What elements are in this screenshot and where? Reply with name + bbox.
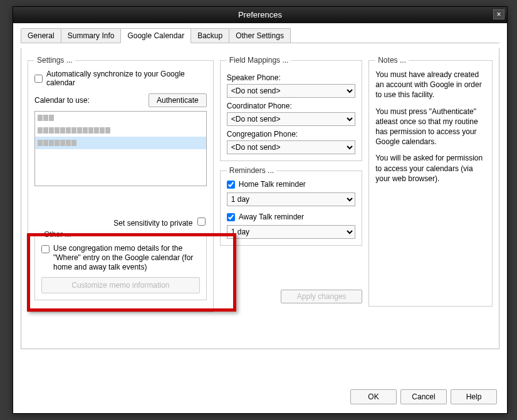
preferences-window: Preferences × General Summary Info Googl… [13, 6, 508, 414]
coordinator-phone-label: Coordinator Phone: [227, 102, 355, 110]
titlebar: Preferences × [13, 7, 507, 23]
away-reminder-label: Away Talk reminder [239, 213, 355, 221]
congregation-phone-label: Congregation Phone: [227, 130, 355, 139]
home-reminder-label: Home Talk reminder [239, 180, 355, 189]
authenticate-button[interactable]: Authenticate [149, 93, 207, 107]
ok-button[interactable]: OK [350, 389, 397, 404]
tab-backup[interactable]: Backup [191, 28, 229, 43]
calendar-item-selected [35, 137, 206, 149]
reminders-group: Reminders ... Home Talk reminder 1 day A… [220, 166, 362, 246]
apply-changes-button[interactable]: Apply changes [281, 290, 362, 303]
other-legend: Other ... [41, 230, 73, 239]
field-mappings-legend: Field Mappings ... [227, 56, 291, 65]
tabs: General Summary Info Google Calendar Bac… [21, 28, 499, 43]
dialog-footer: OK Cancel Help [350, 389, 497, 404]
tab-summary-info[interactable]: Summary Info [61, 28, 122, 43]
window-title: Preferences [238, 10, 282, 19]
coordinator-phone-select[interactable]: <Do not send> [227, 112, 355, 126]
notes-p2: You must press "Authenticate" atleast on… [375, 107, 486, 147]
notes-p1: You must have already created an account… [375, 70, 486, 100]
calendar-item [35, 112, 206, 124]
home-reminder-checkbox[interactable] [227, 181, 235, 189]
settings-legend: Settings ... [34, 56, 75, 65]
tab-google-calendar[interactable]: Google Calendar [120, 28, 191, 43]
notes-legend: Notes ... [375, 56, 409, 65]
memo-checkbox[interactable] [41, 245, 50, 253]
calendar-list[interactable] [34, 111, 207, 186]
memo-label: Use congregation memo details for the "W… [53, 244, 197, 272]
home-reminder-select[interactable]: 1 day [227, 192, 355, 206]
privacy-checkbox[interactable] [197, 218, 206, 226]
notes-p3: You will be asked for permission to acce… [375, 153, 486, 184]
autosync-label: Automatically synchronize to your Google… [46, 70, 207, 87]
tab-general[interactable]: General [21, 28, 61, 43]
settings-group: Settings ... Automatically synchronize t… [28, 56, 214, 312]
other-group: Other ... Use congregation memo details … [34, 230, 207, 300]
calendar-label: Calendar to use: [34, 96, 145, 105]
close-icon[interactable]: × [493, 9, 504, 19]
notes-group: Notes ... You must have already created … [368, 56, 493, 307]
congregation-phone-select[interactable]: <Do not send> [227, 140, 355, 154]
customize-memo-button[interactable]: Customize memo information [41, 277, 200, 293]
field-mappings-group: Field Mappings ... Speaker Phone: <Do no… [220, 56, 362, 161]
away-reminder-checkbox[interactable] [227, 213, 235, 221]
away-reminder-select[interactable]: 1 day [227, 225, 355, 239]
speaker-phone-select[interactable]: <Do not send> [227, 84, 355, 98]
calendar-item [35, 124, 206, 137]
reminders-legend: Reminders ... [227, 166, 276, 175]
speaker-phone-label: Speaker Phone: [227, 73, 355, 82]
tab-other-settings[interactable]: Other Settings [229, 28, 291, 43]
help-button[interactable]: Help [451, 389, 497, 404]
autosync-checkbox[interactable] [34, 75, 43, 83]
cancel-button[interactable]: Cancel [400, 389, 447, 404]
privacy-label: Set sensitivity to private [113, 219, 192, 228]
